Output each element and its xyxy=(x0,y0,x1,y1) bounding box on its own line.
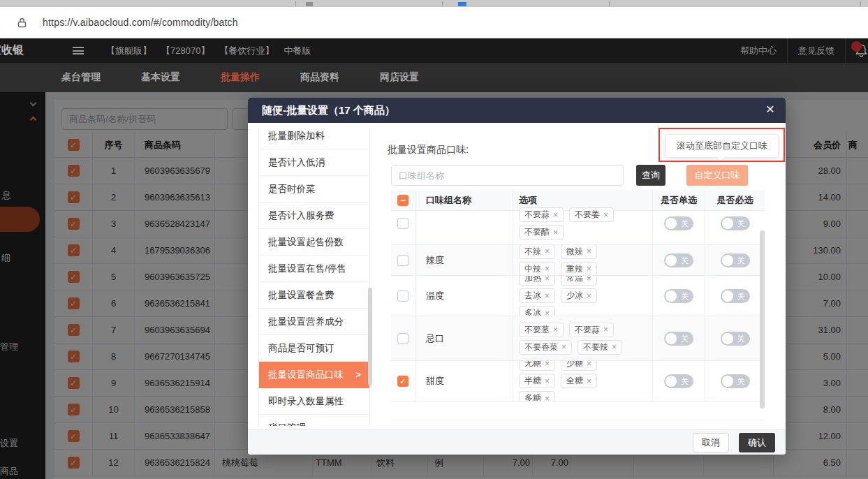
tab-item[interactable]: 批量操作 xyxy=(221,71,260,84)
top-nav: 宝收银 【旗舰版】【728070】【餐饮行业】中餐版 帮助中心 意见反馈 xyxy=(0,38,868,63)
flavor-checkbox[interactable] xyxy=(397,290,409,302)
tab-item[interactable]: 桌台管理 xyxy=(61,71,101,84)
remove-tag-icon[interactable]: × xyxy=(612,342,617,352)
nav-badge[interactable]: 【728070】 xyxy=(161,45,209,57)
sidebar-item-fragment[interactable]: 息 xyxy=(2,189,11,202)
remove-tag-icon[interactable]: × xyxy=(545,376,550,386)
close-icon[interactable]: × xyxy=(763,101,777,117)
required-toggle[interactable]: 关 xyxy=(721,253,750,267)
custom-flavor-button[interactable]: 自定义口味 xyxy=(686,165,748,186)
tag-line: 中辣×重辣× xyxy=(519,262,597,276)
nav-badge[interactable]: 中餐版 xyxy=(284,45,311,57)
query-button[interactable]: 查询 xyxy=(636,165,665,186)
sidebar-active-item[interactable] xyxy=(0,207,40,232)
remove-tag-icon[interactable]: × xyxy=(587,276,591,283)
arrow-right-icon: > xyxy=(355,369,361,380)
remove-tag-icon[interactable]: × xyxy=(545,309,550,316)
flavor-checkbox[interactable] xyxy=(397,255,409,266)
remove-tag-icon[interactable]: × xyxy=(587,246,591,256)
sidebar-item-fragment[interactable]: 细 xyxy=(1,252,10,265)
flavor-checkbox[interactable]: ✓ xyxy=(397,376,409,387)
remove-tag-icon[interactable]: × xyxy=(587,291,591,301)
sidebar-item-fragment[interactable]: 管理 xyxy=(0,341,18,353)
nav-badge[interactable]: 【餐饮行业】 xyxy=(219,45,274,57)
remove-tag-icon[interactable]: × xyxy=(553,228,558,237)
flavor-tag: 常温× xyxy=(561,276,597,286)
confirm-button[interactable]: 确认 xyxy=(739,433,775,452)
remove-tag-icon[interactable]: × xyxy=(603,325,608,334)
nav-badges: 【旗舰版】【728070】【餐饮行业】中餐版 xyxy=(106,38,311,63)
remove-tag-icon[interactable]: × xyxy=(561,342,566,352)
sidebar-item-fragment[interactable]: 设置 xyxy=(0,437,18,450)
flavor-tag: 不要蒜× xyxy=(519,207,564,222)
flavor-row: ✓甜度无糖×少糖×半糖×全糖×多糖×关关 xyxy=(391,361,765,401)
flavor-group-name xyxy=(415,202,513,244)
required-toggle[interactable]: 关 xyxy=(721,289,750,303)
flavor-tag: 中辣× xyxy=(519,262,555,276)
screen: https://v.aibaocloud.com/#/commodity/bat… xyxy=(0,0,868,479)
remove-tag-icon[interactable]: × xyxy=(553,210,558,220)
tab-item[interactable]: 基本设置 xyxy=(141,71,180,84)
remove-tag-icon[interactable]: × xyxy=(545,264,550,274)
tab-item[interactable]: 网店设置 xyxy=(380,71,419,84)
single-choice-toggle[interactable]: 关 xyxy=(664,374,693,388)
remove-tag-icon[interactable]: × xyxy=(587,264,591,274)
tag-line: 去冰×少冰× xyxy=(519,288,597,303)
remove-tag-icon[interactable]: × xyxy=(587,361,591,369)
menu-item[interactable]: 即时录入数量属性 xyxy=(259,388,369,415)
tab-favicon-fragment xyxy=(458,2,466,6)
menu-item[interactable]: 是否计入服务费 xyxy=(259,202,369,229)
flavor-tag: 多冰× xyxy=(519,306,555,316)
menu-item[interactable]: 批量设置在售/停售 xyxy=(259,256,369,282)
url-text[interactable]: https://v.aibaocloud.com/#/commodity/bat… xyxy=(43,17,238,28)
remove-tag-icon[interactable]: × xyxy=(603,210,608,220)
flavor-table: − 口味组名称 选项 是否单选 是否必选 不要蒜×不要姜×不要醋×关关辣度不辣×… xyxy=(391,190,765,420)
menu-item[interactable]: 税目管理 xyxy=(259,415,369,426)
tab-item[interactable]: 商品资料 xyxy=(300,71,339,84)
help-center-link[interactable]: 帮助中心 xyxy=(730,45,787,57)
feedback-link[interactable]: 意见反馈 xyxy=(788,45,845,57)
single-choice-toggle[interactable]: 关 xyxy=(664,216,693,230)
cancel-button[interactable]: 取消 xyxy=(693,433,729,452)
flavor-checkbox[interactable] xyxy=(397,218,409,229)
remove-tag-icon[interactable]: × xyxy=(545,291,550,301)
menu-item[interactable]: 批量设置商品口味> xyxy=(259,362,369,388)
menu-scrollbar[interactable] xyxy=(368,288,372,385)
toggle-label: 关 xyxy=(681,291,689,301)
menu-item[interactable]: 商品是否可预订 xyxy=(259,335,369,362)
menu-item[interactable]: 批量设置餐盒费 xyxy=(259,282,369,309)
single-choice-toggle[interactable]: 关 xyxy=(664,332,693,346)
flavor-tag: 不要醋× xyxy=(519,225,564,240)
required-toggle[interactable]: 关 xyxy=(721,332,750,346)
required-toggle[interactable]: 关 xyxy=(721,374,750,388)
flavor-tag: 不要蒜× xyxy=(569,323,614,337)
menu-item[interactable]: 批量删除加料 xyxy=(259,130,369,149)
remove-tag-icon[interactable]: × xyxy=(545,246,550,256)
flavor-checkbox[interactable] xyxy=(397,333,409,344)
lock-icon[interactable] xyxy=(17,17,27,28)
remove-tag-icon[interactable]: × xyxy=(545,276,550,283)
single-choice-toggle[interactable]: 关 xyxy=(664,253,693,267)
nav-badge[interactable]: 【旗舰版】 xyxy=(106,45,152,57)
flavor-table-scrollbar[interactable] xyxy=(760,230,765,408)
remove-tag-icon[interactable]: × xyxy=(587,376,591,386)
menu-item[interactable]: 批量设置起售份数 xyxy=(259,229,369,256)
flavor-group-search-input[interactable] xyxy=(391,165,624,186)
hamburger-icon[interactable] xyxy=(73,47,84,54)
chevron-down-icon[interactable] xyxy=(30,100,37,107)
menu-item[interactable]: 批量设置营养成分 xyxy=(259,309,369,335)
remove-tag-icon[interactable]: × xyxy=(545,394,550,401)
single-choice-toggle[interactable]: 关 xyxy=(664,289,693,303)
menu-item[interactable]: 是否计入低消 xyxy=(259,149,369,176)
sidebar-item-fragment[interactable]: 商品 xyxy=(0,465,18,478)
flavor-tag: 少冰× xyxy=(561,288,597,303)
remove-tag-icon[interactable]: × xyxy=(553,325,558,334)
tooltip-text: 滚动至底部自定义口味 xyxy=(677,140,767,152)
notification-bell[interactable] xyxy=(846,38,868,63)
browser-tab-strip[interactable] xyxy=(0,0,868,7)
menu-item[interactable]: 是否时价菜 xyxy=(259,176,369,202)
chevron-up-icon[interactable] xyxy=(30,117,37,124)
required-toggle[interactable]: 关 xyxy=(721,216,750,230)
toggle-knob xyxy=(722,290,733,302)
remove-tag-icon[interactable]: × xyxy=(545,361,550,369)
